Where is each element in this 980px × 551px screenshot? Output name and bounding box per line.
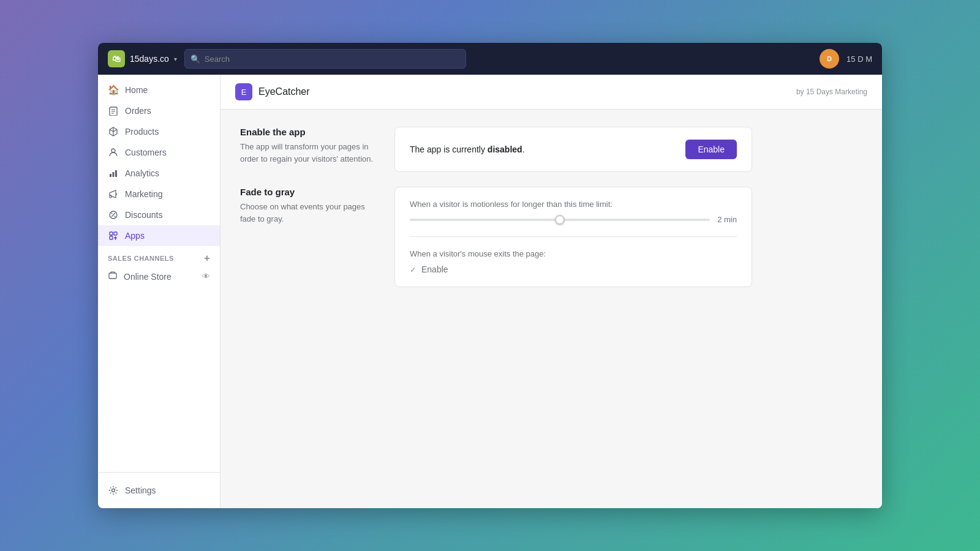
online-store-icon xyxy=(108,271,118,282)
svg-rect-13 xyxy=(110,232,113,235)
fade-heading: Fade to gray xyxy=(240,187,375,197)
search-icon: 🔍 xyxy=(190,54,200,64)
svg-point-4 xyxy=(111,149,115,152)
main-layout: 🏠 Home Orders xyxy=(98,75,882,508)
mouse-exit-subsection: When a visitor's mouse exits the page: ✓… xyxy=(410,249,737,274)
store-brand[interactable]: 🛍 15days.co ▾ xyxy=(108,50,177,67)
enable-app-card: The app is currently disabled. Enable xyxy=(394,127,752,172)
slider-thumb[interactable] xyxy=(555,215,565,225)
home-icon: 🏠 xyxy=(108,84,119,96)
svg-point-11 xyxy=(111,213,113,214)
chevron-down-icon: ▾ xyxy=(174,56,177,62)
enable-app-section: Enable the app The app will transform yo… xyxy=(240,127,752,172)
enable-app-label-col: Enable the app The app will transform yo… xyxy=(240,127,375,165)
time-limit-slider-track xyxy=(410,219,710,221)
sidebar-item-products[interactable]: Products xyxy=(98,121,220,142)
app-title-row: E EyeCatcher xyxy=(235,83,310,100)
svg-point-17 xyxy=(112,489,115,492)
checkbox-label: Enable xyxy=(421,264,448,274)
search-input[interactable] xyxy=(184,49,466,69)
enable-button[interactable]: Enable xyxy=(685,140,737,159)
store-name: 15days.co xyxy=(130,54,169,64)
sidebar-item-online-store[interactable]: Online Store 👁 xyxy=(98,266,220,287)
settings-icon xyxy=(108,485,119,496)
user-avatar[interactable]: D xyxy=(820,49,839,69)
mouse-exit-label: When a visitor's mouse exits the page: xyxy=(410,249,737,258)
app-title: EyeCatcher xyxy=(258,86,310,97)
top-nav: 🛍 15days.co ▾ 🔍 D 15 D M xyxy=(98,43,882,75)
app-window: 🛍 15days.co ▾ 🔍 D 15 D M 🏠 Home xyxy=(98,43,882,508)
sidebar-item-orders[interactable]: Orders xyxy=(98,100,220,121)
sidebar-item-discounts[interactable]: Discounts xyxy=(98,204,220,225)
sidebar-item-settings[interactable]: Settings xyxy=(98,480,220,501)
svg-rect-5 xyxy=(110,174,111,177)
app-logo: E xyxy=(235,83,252,100)
sidebar-item-customers[interactable]: Customers xyxy=(98,142,220,163)
fade-card: When a visitor is motionless for longer … xyxy=(394,187,752,287)
time-limit-slider-row: 2 min xyxy=(410,215,737,224)
analytics-icon xyxy=(108,168,119,179)
page-content: Enable the app The app will transform yo… xyxy=(221,110,772,304)
enable-app-heading: Enable the app xyxy=(240,127,375,137)
motionless-subsection: When a visitor is motionless for longer … xyxy=(410,200,737,224)
svg-rect-15 xyxy=(110,236,113,239)
sidebar: 🏠 Home Orders xyxy=(98,75,221,508)
products-icon xyxy=(108,126,119,137)
content-area: E EyeCatcher by 15 Days Marketing Enable… xyxy=(221,75,882,508)
svg-rect-14 xyxy=(114,232,117,235)
orders-icon xyxy=(108,105,119,116)
svg-rect-6 xyxy=(113,172,115,177)
add-sales-channel-button[interactable]: + xyxy=(204,253,210,263)
discounts-icon xyxy=(108,209,119,220)
by-label: by 15 Days Marketing xyxy=(796,88,867,96)
svg-point-12 xyxy=(115,216,116,217)
sidebar-item-home[interactable]: 🏠 Home xyxy=(98,80,220,100)
online-store-visibility-icon[interactable]: 👁 xyxy=(202,272,210,281)
svg-rect-16 xyxy=(109,273,116,279)
shopify-icon: 🛍 xyxy=(108,50,125,67)
sidebar-item-analytics[interactable]: Analytics xyxy=(98,163,220,184)
customers-icon xyxy=(108,147,119,158)
slider-fill xyxy=(410,219,560,221)
search-bar: 🔍 xyxy=(184,49,466,69)
app-status-text: The app is currently disabled. xyxy=(410,144,525,154)
sidebar-nav: 🏠 Home Orders xyxy=(98,75,220,472)
sidebar-bottom: Settings xyxy=(98,472,220,508)
slider-value: 2 min xyxy=(717,215,737,224)
enable-checkbox-row[interactable]: ✓ Enable xyxy=(410,264,737,274)
enable-app-description: The app will transform your pages in ord… xyxy=(240,141,375,165)
sidebar-item-apps[interactable]: Apps xyxy=(98,225,220,246)
user-label: 15 D M xyxy=(846,54,872,64)
checkmark-icon: ✓ xyxy=(410,265,417,274)
marketing-icon xyxy=(108,189,119,200)
divider xyxy=(410,236,737,237)
fade-label-col: Fade to gray Choose on what events your … xyxy=(240,187,375,225)
page-header: E EyeCatcher by 15 Days Marketing xyxy=(221,75,882,110)
svg-rect-7 xyxy=(115,170,117,177)
apps-icon xyxy=(108,230,119,241)
sidebar-item-marketing[interactable]: Marketing xyxy=(98,184,220,204)
motionless-label: When a visitor is motionless for longer … xyxy=(410,200,737,209)
sales-channels-label: SALES CHANNELS + xyxy=(98,246,220,266)
fade-to-gray-section: Fade to gray Choose on what events your … xyxy=(240,187,752,287)
fade-description: Choose on what events your pages fade to… xyxy=(240,201,375,225)
